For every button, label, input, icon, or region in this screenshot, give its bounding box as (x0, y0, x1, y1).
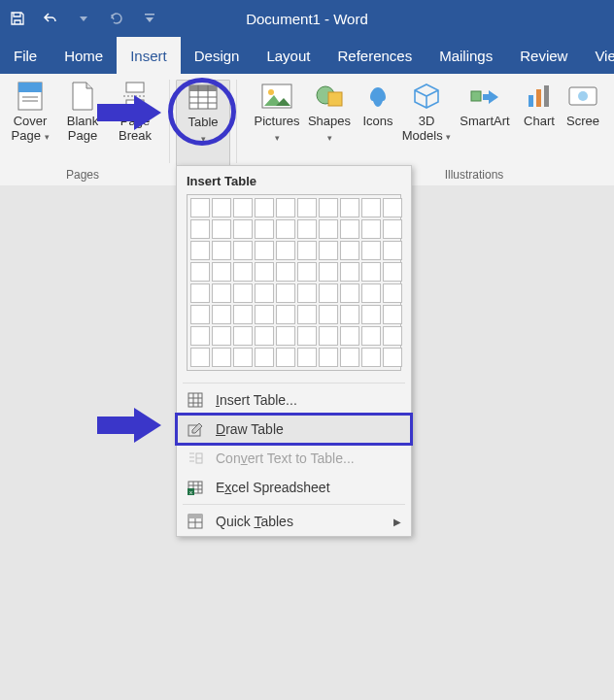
pictures-button[interactable]: Pictures ▾ (251, 80, 303, 167)
grid-cell[interactable] (383, 326, 402, 346)
grid-cell[interactable] (361, 348, 381, 367)
insert-table-grid[interactable] (177, 194, 411, 381)
grid-cell[interactable] (190, 241, 210, 260)
tab-file[interactable]: File (0, 37, 51, 74)
grid-cell[interactable] (212, 219, 231, 239)
tab-insert[interactable]: Insert (117, 37, 181, 74)
grid-cell[interactable] (340, 262, 359, 282)
grid-cell[interactable] (340, 348, 359, 367)
grid-cell[interactable] (212, 283, 231, 303)
grid-cell[interactable] (276, 348, 295, 367)
grid-cell[interactable] (276, 283, 295, 303)
icons-button[interactable]: Icons (356, 80, 400, 167)
grid-cell[interactable] (297, 241, 317, 260)
grid-cell[interactable] (383, 262, 402, 282)
grid-cell[interactable] (383, 283, 402, 303)
grid-cell[interactable] (212, 348, 231, 367)
screenshot-button[interactable]: Scree (562, 80, 604, 167)
grid-cell[interactable] (255, 262, 274, 282)
grid-cell[interactable] (383, 305, 402, 324)
grid-cell[interactable] (297, 198, 317, 217)
grid-cell[interactable] (255, 241, 274, 260)
cover-page-button[interactable]: CoverPage ▾ (4, 80, 56, 167)
grid-cell[interactable] (340, 283, 359, 303)
tab-review[interactable]: Review (506, 37, 581, 74)
grid-cell[interactable] (340, 198, 359, 217)
tab-references[interactable]: References (324, 37, 426, 74)
grid-cell[interactable] (297, 262, 317, 282)
grid-cell[interactable] (361, 241, 381, 260)
grid-cell[interactable] (233, 241, 253, 260)
grid-cell[interactable] (212, 198, 231, 217)
grid-cell[interactable] (276, 241, 295, 260)
grid-cell[interactable] (319, 326, 338, 346)
grid-cell[interactable] (383, 348, 402, 367)
grid-cell[interactable] (233, 198, 253, 217)
grid-cell[interactable] (255, 326, 274, 346)
grid-cell[interactable] (276, 326, 295, 346)
qat-customize-icon[interactable] (140, 9, 159, 28)
grid-cell[interactable] (190, 262, 210, 282)
grid-cell[interactable] (361, 305, 381, 324)
grid-cell[interactable] (255, 348, 274, 367)
grid-cell[interactable] (319, 305, 338, 324)
grid-cell[interactable] (212, 305, 231, 324)
grid-cell[interactable] (276, 262, 295, 282)
menu-excel-spreadsheet[interactable]: x Excel Spreadsheet (177, 473, 411, 502)
grid-cell[interactable] (297, 219, 317, 239)
grid-cell[interactable] (190, 305, 210, 324)
grid-cell[interactable] (233, 326, 253, 346)
grid-cell[interactable] (190, 326, 210, 346)
grid-cell[interactable] (340, 326, 359, 346)
grid-cell[interactable] (383, 219, 402, 239)
grid-cell[interactable] (361, 326, 381, 346)
grid-cell[interactable] (190, 198, 210, 217)
grid-cell[interactable] (276, 219, 295, 239)
grid-cell[interactable] (340, 219, 359, 239)
grid-cell[interactable] (319, 283, 338, 303)
grid-cell[interactable] (361, 219, 381, 239)
grid-cell[interactable] (319, 262, 338, 282)
grid-cell[interactable] (233, 348, 253, 367)
grid-cell[interactable] (190, 219, 210, 239)
grid-cell[interactable] (319, 348, 338, 367)
menu-insert-table[interactable]: Insert Table... (177, 385, 411, 415)
undo-icon[interactable] (41, 9, 60, 28)
grid-cell[interactable] (297, 283, 317, 303)
grid-cell[interactable] (297, 326, 317, 346)
tab-mailings[interactable]: Mailings (426, 37, 506, 74)
grid-cell[interactable] (190, 283, 210, 303)
save-icon[interactable] (8, 9, 27, 28)
grid-cell[interactable] (340, 305, 359, 324)
smartart-button[interactable]: SmartArt (453, 80, 517, 167)
grid-cell[interactable] (276, 198, 295, 217)
grid-cell[interactable] (361, 262, 381, 282)
grid-cell[interactable] (297, 348, 317, 367)
undo-more-icon[interactable] (74, 9, 93, 28)
grid-cell[interactable] (319, 198, 338, 217)
grid-cell[interactable] (383, 241, 402, 260)
table-button[interactable]: Table ▾ (176, 80, 230, 169)
grid-cell[interactable] (233, 283, 253, 303)
3d-models-button[interactable]: 3DModels ▾ (400, 80, 453, 167)
redo-icon[interactable] (107, 9, 126, 28)
grid-cell[interactable] (233, 305, 253, 324)
menu-draw-table[interactable]: Draw Table (177, 415, 411, 444)
grid-cell[interactable] (212, 326, 231, 346)
grid-cell[interactable] (190, 348, 210, 367)
grid-cell[interactable] (212, 262, 231, 282)
grid-cell[interactable] (233, 219, 253, 239)
tab-layout[interactable]: Layout (253, 37, 324, 74)
grid-cell[interactable] (383, 198, 402, 217)
menu-quick-tables[interactable]: Quick Tables ▶ (177, 507, 411, 536)
grid-cell[interactable] (255, 219, 274, 239)
grid-cell[interactable] (297, 305, 317, 324)
tab-design[interactable]: Design (181, 37, 254, 74)
tab-home[interactable]: Home (51, 37, 117, 74)
shapes-button[interactable]: Shapes ▾ (303, 80, 356, 167)
grid-cell[interactable] (319, 219, 338, 239)
grid-cell[interactable] (255, 198, 274, 217)
grid-cell[interactable] (276, 305, 295, 324)
tab-view[interactable]: Vie (581, 37, 614, 74)
chart-button[interactable]: Chart (517, 80, 562, 167)
